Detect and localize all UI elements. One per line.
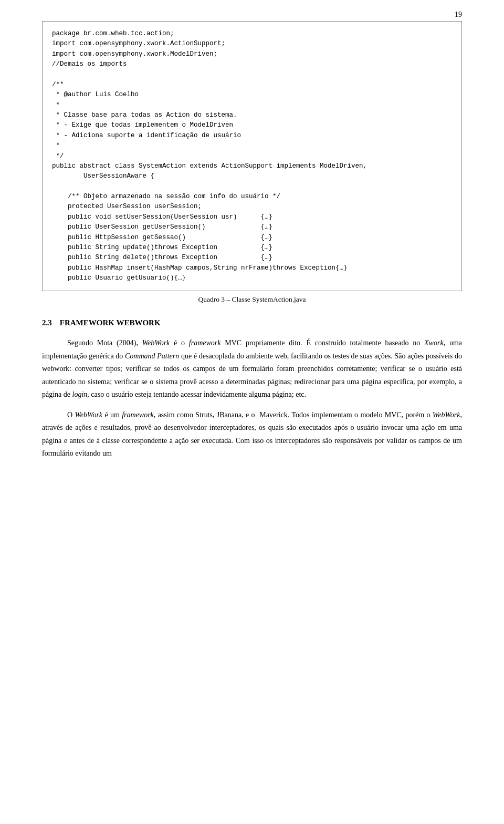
paragraph-1: Segundo Mota (2004), WebWork é o framewo…: [42, 337, 462, 401]
page-number: 19: [455, 11, 462, 19]
code-block: package br.com.wheb.tcc.action; import c…: [42, 21, 462, 291]
paragraph-2: O WebWork é um framework, assim como Str…: [42, 409, 462, 460]
section-heading: 2.3 FRAMEWORK WEBWORK: [42, 318, 462, 327]
page: 19 package br.com.wheb.tcc.action; impor…: [0, 0, 504, 824]
figure-caption: Quadro 3 – Classe SystemAction.java: [42, 295, 462, 304]
section-title: FRAMEWORK WEBWORK: [60, 318, 161, 327]
section-number: 2.3: [42, 318, 52, 327]
